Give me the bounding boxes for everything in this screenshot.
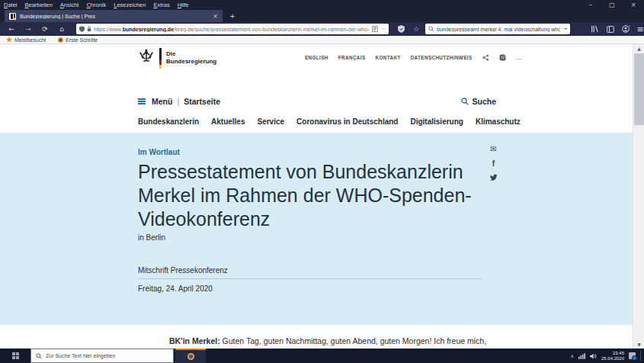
window-controls: – □ × (580, 0, 644, 11)
most-visited-icon (6, 37, 12, 43)
link-francais[interactable]: FRANÇAIS (338, 55, 366, 60)
flag-stripe (159, 48, 162, 69)
start-button[interactable] (0, 349, 30, 363)
tray-app-icon[interactable] (629, 352, 636, 359)
article-kicker: Im Wortlaut (138, 148, 180, 156)
protection-badge-icon[interactable] (395, 22, 407, 36)
menu-ansicht[interactable]: Ansicht (60, 2, 79, 8)
menu-chronik[interactable]: Chronik (86, 2, 106, 8)
menu-extras[interactable]: Extras (153, 2, 169, 8)
windows-logo-icon (12, 352, 19, 359)
taskbar-search-placeholder: Zur Suche Text hier eingeben (46, 353, 115, 358)
taskbar-clock[interactable]: 23:45 25.04.2020 (601, 351, 624, 361)
nav-digitalisierung[interactable]: Digitalisierung (410, 117, 463, 126)
taskbar-firefox-button[interactable] (175, 349, 206, 363)
divider (138, 278, 482, 279)
bookmark-getting-started[interactable]: Erste Schritte (58, 37, 98, 43)
scroll-down-icon[interactable]: ▼ (633, 340, 644, 349)
reader-view-icon[interactable] (372, 26, 378, 32)
show-desktop-divider[interactable] (640, 351, 641, 361)
hamburger-menu-icon[interactable]: ≡ (634, 22, 644, 36)
page-scrollbar[interactable]: ▲ ▼ (633, 44, 644, 349)
windows-taskbar: Zur Suche Text hier eingeben ∧ 23:45 25.… (0, 349, 644, 363)
site-main-nav: Bundeskanzlerin Aktuelles Service Corona… (138, 117, 521, 126)
menu-datei[interactable]: Datei (4, 2, 18, 8)
menu-lesezeichen[interactable]: Lesezeichen (114, 2, 146, 8)
site-menu-label[interactable]: Menü (152, 97, 172, 106)
search-magnifier-icon (428, 26, 434, 32)
link-kontakt[interactable]: KONTAKT (376, 55, 401, 60)
tab-bar: Bundesregierung | Suche | Pres × + (0, 10, 644, 22)
menu-separator: | (177, 97, 179, 106)
nav-bundeskanzlerin[interactable]: Bundeskanzlerin (138, 117, 199, 126)
speaker-label: BK'in Merkel: (169, 336, 220, 345)
instagram-icon[interactable] (499, 54, 506, 61)
email-share-icon[interactable]: ✉ (490, 145, 496, 153)
account-icon[interactable] (620, 22, 632, 36)
twitter-share-icon[interactable] (489, 174, 498, 182)
bookmark-most-visited[interactable]: Meistbesucht (6, 37, 46, 43)
forward-button[interactable]: → (21, 22, 35, 36)
page-actions-icon[interactable]: ⋯ (380, 26, 386, 32)
search-bar[interactable]: bundespresseamt merkel 4. mai videoschal… (425, 24, 570, 34)
tracking-shield-icon[interactable] (79, 26, 85, 32)
header-meta-nav: ENGLISH FRANÇAIS KONTAKT DATENSCHUTZHINW… (305, 54, 522, 61)
search-go-icon[interactable]: → (562, 26, 567, 32)
site-menu-row: Menü | Startseite Suche (138, 95, 496, 108)
home-button[interactable]: ⌂ (55, 22, 69, 36)
url-bar[interactable]: https://www.bundesregierung.de/breg-de/s… (76, 24, 389, 34)
search-query: bundespresseamt merkel 4. mai videoschal… (437, 27, 560, 32)
sidebar-icon[interactable] (604, 22, 617, 36)
browser-menubar: Datei Bearbeiten Ansicht Chronik Lesezei… (0, 0, 644, 10)
article-title: Pressestatement von Bundeskanzlerin Merk… (138, 160, 510, 231)
article-type: Mitschrift Pressekonferenz (138, 266, 228, 275)
share-icon[interactable] (482, 54, 489, 61)
header-more-icon[interactable]: … (516, 54, 522, 61)
back-button[interactable]: ← (5, 22, 18, 36)
link-datenschutzhinweis[interactable]: DATENSCHUTZHINWEIS (411, 55, 473, 60)
library-icon[interactable] (588, 22, 601, 36)
site-search-button[interactable]: Suche (461, 97, 496, 106)
facebook-share-icon[interactable]: f (492, 160, 495, 167)
article-body: BK'in Merkel: Guten Tag, guten Nachmitta… (169, 336, 486, 345)
federal-eagle-icon (138, 48, 155, 63)
taskbar-search-icon (36, 353, 42, 359)
menu-hilfe[interactable]: Hilfe (178, 2, 189, 8)
site-menu-icon[interactable] (138, 98, 146, 104)
scroll-up-icon[interactable]: ▲ (633, 44, 644, 53)
firefox-icon (58, 37, 63, 43)
site-search-icon (461, 98, 469, 105)
navigation-toolbar: ← → ⟳ ⌂ https://www.bundesregierung.de/b… (0, 22, 644, 36)
tab-title: Bundesregierung | Suche | Pres (20, 14, 209, 19)
scrollbar-thumb[interactable] (634, 53, 644, 125)
reload-button[interactable]: ⟳ (38, 22, 52, 36)
site-favicon (9, 13, 16, 20)
logo-text: Die Bundesregierung (166, 48, 216, 69)
account-badge (628, 24, 631, 27)
new-tab-button[interactable]: + (227, 11, 238, 21)
close-button[interactable]: × (623, 0, 644, 11)
system-tray: ∧ 23:45 25.04.2020 (571, 349, 641, 363)
network-icon[interactable] (578, 353, 585, 359)
maximize-button[interactable]: □ (601, 0, 623, 11)
minimize-button[interactable]: – (580, 0, 601, 11)
url-text: https://www.bundesregierung.de/breg-de/s… (94, 27, 370, 32)
link-english[interactable]: ENGLISH (305, 55, 328, 60)
nav-klimaschutz[interactable]: Klimaschutz (476, 117, 521, 126)
article-location: in Berlin (138, 233, 165, 242)
volume-icon[interactable] (590, 353, 597, 359)
startseite-link[interactable]: Startseite (184, 97, 220, 106)
tab-close-icon[interactable]: × (213, 13, 218, 20)
bookmark-star-icon[interactable]: ☆ (410, 22, 422, 36)
nav-aktuelles[interactable]: Aktuelles (211, 117, 245, 126)
nav-service[interactable]: Service (258, 117, 285, 126)
tray-expand-icon[interactable]: ∧ (571, 353, 574, 358)
menu-bearbeiten[interactable]: Bearbeiten (25, 2, 53, 8)
web-page: Die Bundesregierung ENGLISH FRANÇAIS KON… (0, 44, 644, 349)
nav-coronavirus[interactable]: Coronavirus in Deutschland (296, 117, 398, 126)
share-column: ✉ f (489, 145, 498, 182)
browser-tab[interactable]: Bundesregierung | Suche | Pres × (5, 10, 223, 22)
bundesregierung-logo[interactable]: Die Bundesregierung (138, 48, 216, 69)
taskbar-search-box[interactable]: Zur Suche Text hier eingeben (30, 349, 174, 363)
screen: Datei Bearbeiten Ansicht Chronik Lesezei… (0, 0, 644, 363)
